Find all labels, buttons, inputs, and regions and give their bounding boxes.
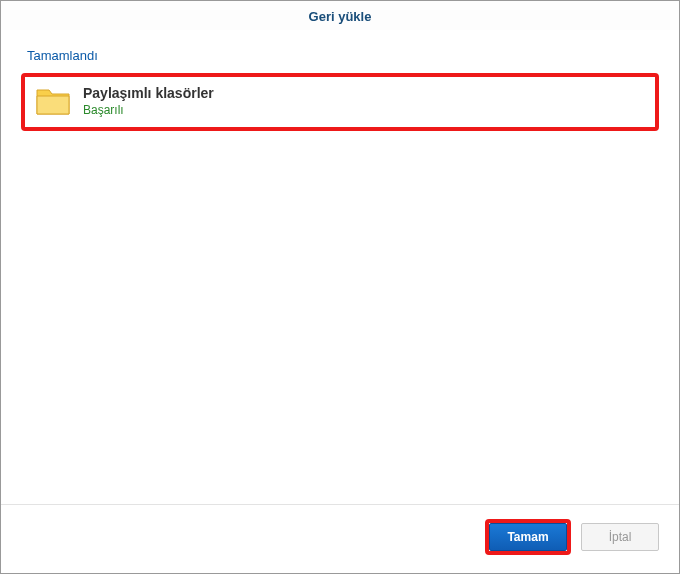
cancel-button: İptal — [581, 523, 659, 551]
section-title: Tamamlandı — [27, 48, 659, 63]
dialog-footer: Tamam İptal — [1, 504, 679, 573]
result-item-title: Paylaşımlı klasörler — [83, 85, 214, 101]
result-item-text: Paylaşımlı klasörler Başarılı — [83, 85, 214, 117]
dialog-title: Geri yükle — [1, 1, 679, 30]
ok-button[interactable]: Tamam — [489, 523, 567, 551]
result-item-shared-folders: Paylaşımlı klasörler Başarılı — [21, 73, 659, 131]
restore-dialog: Geri yükle Tamamlandı Paylaşımlı klasörl… — [0, 0, 680, 574]
dialog-body: Tamamlandı Paylaşımlı klasörler Başarılı — [1, 30, 679, 504]
result-item-status: Başarılı — [83, 103, 214, 117]
folder-icon — [35, 86, 71, 116]
ok-button-highlight: Tamam — [485, 519, 571, 555]
